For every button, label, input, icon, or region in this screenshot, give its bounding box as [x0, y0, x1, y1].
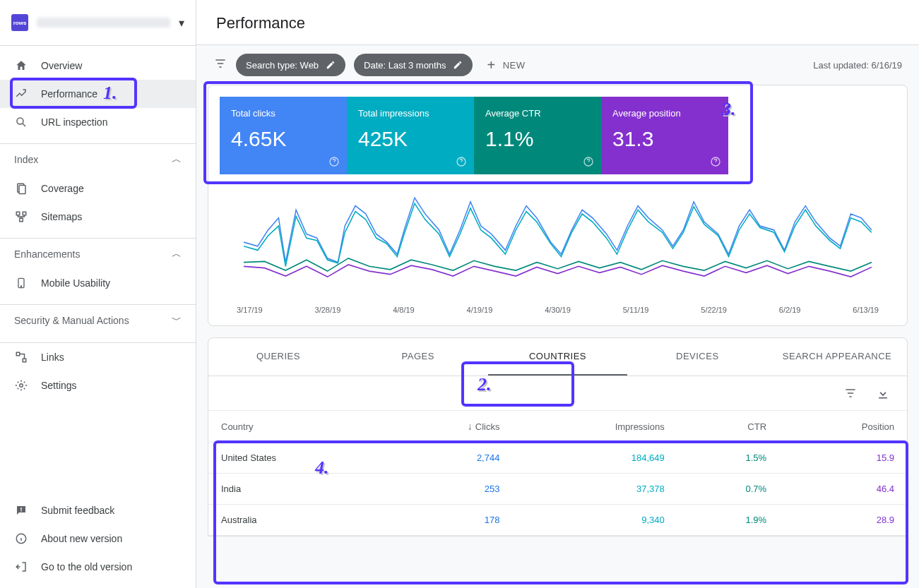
col-clicks[interactable]: ↓Clicks	[386, 411, 513, 443]
page-title: Performance	[196, 0, 919, 45]
metric-tile-clicks[interactable]: Total clicks 4.65K	[220, 97, 347, 174]
annotation-label-4: 4.	[315, 457, 329, 479]
tab-countries[interactable]: COUNTRIES	[488, 338, 628, 376]
sidebar-item-about[interactable]: About new version	[0, 524, 196, 553]
svg-rect-18	[879, 397, 887, 399]
cell-impressions: 9,340	[512, 505, 677, 536]
col-country[interactable]: Country	[208, 411, 386, 443]
chevron-down-icon: ▾	[179, 16, 184, 30]
help-icon[interactable]	[710, 156, 721, 167]
mobile-icon	[14, 276, 28, 290]
plus-icon: +	[487, 57, 495, 73]
tick-label: 4/19/19	[467, 306, 493, 314]
metric-label: Average CTR	[485, 108, 590, 119]
metric-value: 4.65K	[231, 127, 336, 151]
svg-rect-11	[20, 508, 22, 510]
tick-label: 5/11/19	[623, 306, 649, 314]
svg-rect-9	[23, 359, 26, 362]
cell-position: 28.9	[779, 505, 907, 536]
svg-point-10	[20, 384, 23, 388]
property-logo: rows	[11, 14, 28, 31]
svg-rect-8	[16, 352, 20, 356]
cell-country: Australia	[208, 505, 386, 536]
cell-country: United States	[208, 443, 386, 474]
annotation-label-1: 1.	[103, 83, 117, 104]
tab-pages[interactable]: PAGES	[348, 338, 488, 376]
cell-country: India	[208, 474, 386, 505]
sidebar-section-enhancements[interactable]: Enhancements ︿	[0, 238, 196, 269]
filter-chip-search-type[interactable]: Search type: Web	[236, 54, 345, 76]
sidebar-item-sitemaps[interactable]: Sitemaps	[0, 203, 196, 231]
filter-chip-date[interactable]: Date: Last 3 months	[354, 54, 473, 76]
download-icon[interactable]	[876, 386, 890, 400]
table-row[interactable]: India 253 37,378 0.7% 46.4	[208, 474, 907, 505]
sidebar-item-mobile-usability[interactable]: Mobile Usability	[0, 269, 196, 297]
links-icon	[14, 350, 28, 364]
chip-label: Search type: Web	[246, 60, 319, 71]
tick-label: 3/28/19	[315, 306, 341, 314]
sidebar-item-url-inspection[interactable]: URL inspection	[0, 108, 196, 136]
sidebar-item-feedback[interactable]: Submit feedback	[0, 496, 196, 524]
dimension-tabs: QUERIES PAGES COUNTRIES DEVICES SEARCH A…	[208, 338, 907, 376]
sidebar-item-links[interactable]: Links	[0, 343, 196, 371]
search-icon	[14, 115, 28, 129]
add-label: NEW	[503, 60, 526, 71]
col-position[interactable]: Position	[779, 411, 907, 443]
table-row[interactable]: United States 2,744 184,649 1.5% 15.9	[208, 443, 907, 474]
home-icon	[14, 59, 28, 73]
tab-search-appearance[interactable]: SEARCH APPEARANCE	[767, 338, 907, 376]
sidebar-item-coverage[interactable]: Coverage	[0, 174, 196, 203]
sidebar-section-index[interactable]: Index ︿	[0, 143, 196, 174]
metric-tile-position[interactable]: Average position 31.3	[601, 97, 728, 174]
tab-queries[interactable]: QUERIES	[208, 338, 348, 376]
add-filter-button[interactable]: + NEW	[481, 57, 530, 73]
tick-label: 4/8/19	[393, 306, 415, 314]
col-impressions[interactable]: Impressions	[512, 411, 677, 443]
svg-rect-2	[19, 186, 25, 194]
chevron-down-icon: ﹀	[172, 314, 182, 327]
countries-table: Country ↓Clicks Impressions CTR Position…	[208, 410, 907, 536]
metric-value: 1.1%	[485, 127, 590, 151]
metric-label: Average position	[612, 108, 717, 119]
metric-tile-impressions[interactable]: Total impressions 425K	[347, 97, 474, 174]
cell-impressions: 37,378	[512, 474, 677, 505]
annotation-label-3: 3.	[722, 99, 736, 120]
help-icon[interactable]	[583, 156, 594, 167]
tick-label: 6/2/19	[779, 306, 801, 314]
sidebar-item-settings[interactable]: Settings	[0, 371, 196, 400]
metric-label: Total clicks	[231, 108, 336, 119]
sidebar-item-label: Overview	[41, 60, 82, 71]
last-updated: Last updated: 6/16/19	[813, 60, 902, 71]
filter-bar: Search type: Web Date: Last 3 months + N…	[196, 45, 919, 85]
section-label: Enhancements	[14, 248, 80, 260]
pencil-icon	[453, 60, 463, 70]
sidebar-nav: Overview Performance URL inspection Inde…	[0, 45, 196, 400]
cell-ctr: 0.7%	[677, 474, 779, 505]
col-ctr[interactable]: CTR	[677, 411, 779, 443]
sidebar-section-security[interactable]: Security & Manual Actions ﹀	[0, 304, 196, 335]
tick-label: 6/13/19	[853, 306, 879, 314]
tab-devices[interactable]: DEVICES	[627, 338, 767, 376]
cell-clicks: 253	[386, 474, 513, 505]
sidebar-item-label: URL inspection	[41, 116, 107, 128]
sidebar-item-label: Go to the old version	[41, 561, 132, 572]
sidebar-item-performance[interactable]: Performance	[0, 80, 196, 108]
sidebar-item-label: Coverage	[41, 183, 84, 194]
sitemaps-icon	[14, 210, 28, 224]
help-icon[interactable]	[456, 156, 467, 167]
table-filter-icon[interactable]	[843, 386, 858, 400]
table-card: QUERIES PAGES COUNTRIES DEVICES SEARCH A…	[208, 337, 908, 536]
filter-icon[interactable]	[213, 56, 227, 73]
table-row[interactable]: Australia 178 9,340 1.9% 28.9	[208, 505, 907, 536]
info-icon	[14, 532, 28, 546]
metric-tile-ctr[interactable]: Average CTR 1.1%	[474, 97, 601, 174]
svg-rect-3	[16, 212, 20, 215]
chevron-up-icon: ︿	[172, 248, 182, 260]
property-selector[interactable]: rows ▾	[0, 0, 196, 45]
help-icon[interactable]	[328, 156, 340, 167]
sidebar-item-old-version[interactable]: Go to the old version	[0, 553, 196, 581]
sidebar-item-overview[interactable]: Overview	[0, 52, 196, 80]
metric-value: 425K	[358, 127, 463, 151]
sort-down-icon: ↓	[468, 421, 473, 432]
svg-point-7	[20, 286, 21, 287]
